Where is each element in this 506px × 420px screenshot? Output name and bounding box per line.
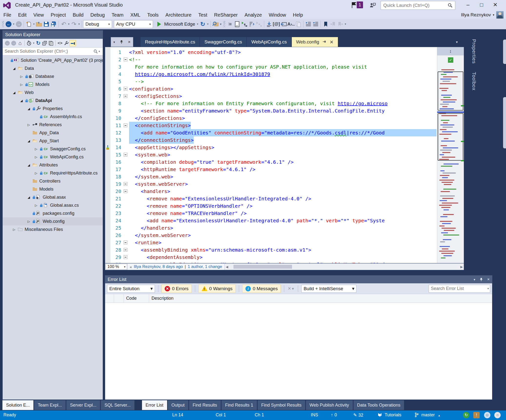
scroll-left-arrow-icon[interactable]: ◀ (225, 265, 229, 269)
se-preview-selected-items-toggle[interactable] (70, 40, 76, 46)
bottom-tab-output[interactable]: Output (168, 400, 188, 410)
bottom-tab-server-expl-[interactable]: Server Expl... (66, 400, 100, 410)
code-line-3[interactable]: 3 For more information on how to configu… (105, 63, 436, 71)
open-file-button[interactable] (35, 20, 43, 28)
tree-item-requirehttpsattribute-cs[interactable]: ▷C#RequireHttpsAttribute.cs (3, 169, 103, 177)
menu-help[interactable]: Help (290, 11, 306, 19)
expand-arrow-icon[interactable]: ▷ (27, 123, 30, 127)
fold-collapse-box[interactable] (124, 255, 127, 259)
run-target-label[interactable]: Microsoft Edge (164, 21, 195, 27)
menu-resharper[interactable]: ReSharper (211, 11, 241, 19)
error-source-select[interactable]: Build + IntelliSense▾ (301, 285, 356, 293)
refresh-browser-button[interactable]: ↻ (199, 20, 206, 28)
navigate-back-caret[interactable]: ▾ (12, 22, 15, 26)
code-lines[interactable]: 1<?xml version="1.0" encoding="utf-8"?>2… (105, 49, 436, 263)
panel-position-caret-icon[interactable]: ▾ (474, 278, 476, 281)
splitter-grip-icon[interactable]: ↕ (437, 47, 464, 55)
code-editor[interactable]: 1<?xml version="1.0" encoding="utf-8"?>2… (105, 47, 464, 263)
menu-analyze[interactable]: Analyze (241, 11, 265, 19)
se-back-icon[interactable]: ← (4, 40, 10, 46)
pin-icon[interactable] (323, 40, 326, 44)
pin-icon[interactable] (120, 40, 123, 44)
bottom-tab-find-symbol-results[interactable]: Find Symbol Results (258, 400, 305, 410)
menu-file[interactable]: File (0, 11, 15, 19)
error-list-search[interactable]: ▾ (429, 285, 490, 293)
toolbar-overflow-caret[interactable]: ▼ (219, 23, 222, 26)
error-list-header[interactable]: Error List ▾ × (105, 276, 492, 283)
fold-column[interactable] (123, 246, 129, 254)
tree-item-miscellaneous-files[interactable]: ▷Miscellaneous Files (3, 225, 103, 234)
expand-arrow-icon[interactable]: ▷ (12, 228, 16, 231)
expand-arrow-icon[interactable]: ▷ (20, 75, 23, 78)
bottom-tab-team-expl-[interactable]: Team Expl... (34, 400, 66, 410)
pending-edits[interactable]: ✎32 (353, 412, 363, 418)
fold-collapse-box[interactable] (124, 153, 127, 156)
menu-test[interactable]: Test (195, 11, 211, 19)
maximize-button[interactable]: □ (476, 0, 487, 10)
tree-item-web-config[interactable]: ▷Web.config (3, 217, 103, 225)
se-home-icon[interactable]: ⌂ (17, 40, 23, 46)
notification-count-badge[interactable]: 1 (357, 1, 363, 8)
clear-filter-icon[interactable]: ✕▼ (287, 285, 295, 292)
code-line-6[interactable]: 6<configuration> (105, 85, 436, 92)
tree-item-assemblyinfo-cs[interactable]: C#AssemblyInfo.cs (3, 113, 103, 121)
code-line-9[interactable]: 9 <section name="entityFramework" type="… (105, 107, 436, 114)
bottom-tab-error-list[interactable]: Error List (142, 400, 167, 410)
fold-column[interactable] (123, 151, 129, 158)
fold-collapse-box[interactable] (124, 248, 127, 252)
tree-item-dataapi[interactable]: ◢DataApi (3, 97, 103, 105)
code-line-11[interactable]: 11 <connectionStrings> (105, 122, 436, 129)
panel-position-caret-icon[interactable]: ▾ (113, 40, 115, 44)
undo-caret[interactable]: ▾ (67, 22, 70, 26)
bottom-tab-data-tools-operations[interactable]: Data Tools Operations (354, 400, 404, 410)
column-description[interactable]: Description (149, 294, 492, 303)
code-line-10[interactable]: 10 </configSections> (105, 114, 436, 122)
solution-platform-select[interactable]: Any CPU▾ (114, 20, 153, 28)
document-tab-webapiconfig.cs[interactable]: WebApiConfig.cs (247, 37, 291, 47)
fold-column[interactable] (123, 188, 129, 195)
fold-column[interactable] (123, 239, 129, 246)
collapse-arrow-icon[interactable]: ◢ (12, 67, 16, 70)
fold-column[interactable] (123, 92, 129, 100)
se-pending-changes-filter-icon[interactable] (26, 40, 32, 46)
tree-item-swaggerconfig-cs[interactable]: ▷C#SwaggerConfig.cs (3, 145, 103, 153)
scroll-right-arrow-icon[interactable]: ▶ (459, 265, 464, 269)
redo-button[interactable]: ↷ (70, 20, 78, 28)
collapse-arrow-icon[interactable]: ◢ (27, 107, 30, 111)
menu-tools[interactable]: Tools (144, 11, 162, 19)
expand-arrow-icon[interactable]: ▷ (34, 171, 38, 175)
expand-arrow-icon[interactable]: ▷ (20, 83, 23, 86)
user-avatar[interactable] (496, 11, 504, 19)
notifications-flag-icon[interactable] (351, 2, 357, 8)
solution-configuration-select[interactable]: Debug▾ (83, 20, 112, 28)
code-line-25[interactable]: 25 </handlers> (105, 224, 436, 232)
fold-collapse-box[interactable] (124, 189, 127, 193)
tutorials-link[interactable]: Tutorials (378, 412, 401, 418)
navigate-forward-button[interactable]: → (15, 20, 22, 28)
code-line-2[interactable]: 2<!-- (105, 56, 436, 63)
column-blank-2[interactable] (114, 294, 124, 303)
codelens-bar[interactable]: « Illya Reznykov, 8 days ago | 1 author,… (127, 264, 225, 270)
fold-column[interactable] (123, 56, 129, 63)
bottom-tab-find-results-1[interactable]: Find Results 1 (222, 400, 257, 410)
autohide-tab-sliver[interactable] (503, 40, 506, 64)
bottom-tab-sql-server-[interactable]: SQL Server... (101, 400, 134, 410)
collapse-arrow-icon[interactable]: ◢ (20, 99, 23, 102)
code-line-12[interactable]: 12 <add name="GoodEntities" connectionSt… (105, 129, 436, 136)
column-blank-1[interactable] (105, 294, 114, 303)
error-scope-select[interactable]: Entire Solution▾ (107, 285, 155, 293)
sort-usings-icon[interactable]: A (248, 20, 255, 28)
horizontal-scrollbar-thumb[interactable] (233, 265, 292, 269)
tree-item-attributes[interactable]: ◢Attributes (3, 161, 103, 169)
collapse-arrow-icon[interactable]: ◢ (12, 91, 16, 94)
collapse-arrow-icon[interactable]: ◢ (27, 195, 30, 199)
minimap-viewport-1[interactable] (438, 72, 463, 111)
fold-column[interactable] (123, 85, 129, 92)
close-icon[interactable]: × (128, 39, 131, 45)
code-line-13[interactable]: 13 </connectionStrings> (105, 136, 436, 144)
document-tab-requirehttpsattribute.cs[interactable]: RequireHttpsAttribute.cs (141, 37, 200, 47)
user-account[interactable]: Illya Reznykov ▾ (461, 11, 504, 19)
tree-item-webapiconfig-cs[interactable]: ▷C#WebApiConfig.cs (3, 153, 103, 161)
code-line-7[interactable]: 7 <configSections> (105, 92, 436, 100)
fold-collapse-box[interactable] (124, 87, 127, 91)
